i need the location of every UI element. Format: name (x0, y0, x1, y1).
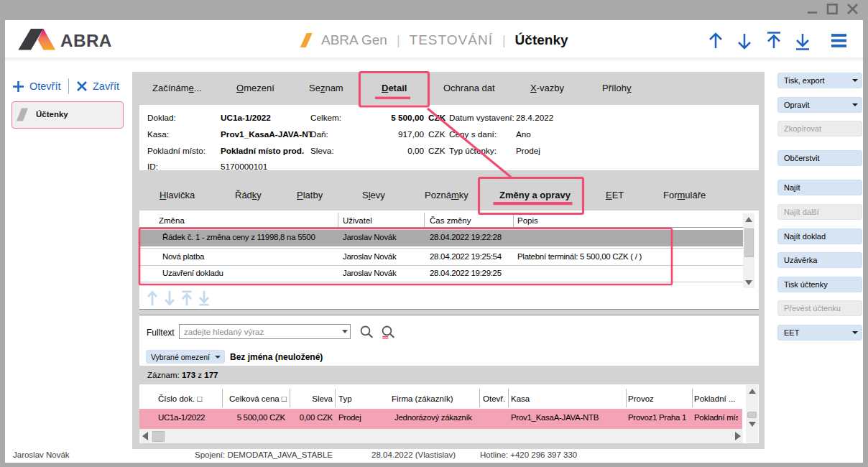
svg-text:ABRA: ABRA (60, 31, 112, 50)
